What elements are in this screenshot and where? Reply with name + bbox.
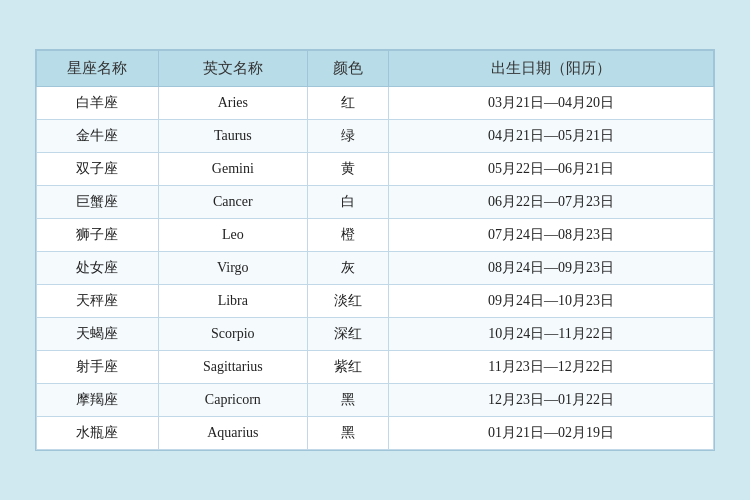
cell-cn: 处女座	[37, 252, 159, 285]
zodiac-table-container: 星座名称 英文名称 颜色 出生日期（阳历） 白羊座Aries红03月21日—04…	[35, 49, 715, 451]
cell-cn: 双子座	[37, 153, 159, 186]
cell-cn: 摩羯座	[37, 384, 159, 417]
cell-date: 12月23日—01月22日	[389, 384, 714, 417]
cell-date: 01月21日—02月19日	[389, 417, 714, 450]
cell-en: Aries	[158, 87, 307, 120]
cell-date: 05月22日—06月21日	[389, 153, 714, 186]
cell-cn: 金牛座	[37, 120, 159, 153]
cell-date: 09月24日—10月23日	[389, 285, 714, 318]
cell-color: 红	[307, 87, 388, 120]
cell-color: 黄	[307, 153, 388, 186]
cell-date: 10月24日—11月22日	[389, 318, 714, 351]
cell-en: Capricorn	[158, 384, 307, 417]
cell-cn: 射手座	[37, 351, 159, 384]
cell-date: 08月24日—09月23日	[389, 252, 714, 285]
cell-color: 紫红	[307, 351, 388, 384]
cell-date: 06月22日—07月23日	[389, 186, 714, 219]
cell-en: Aquarius	[158, 417, 307, 450]
cell-color: 绿	[307, 120, 388, 153]
header-color: 颜色	[307, 51, 388, 87]
cell-color: 橙	[307, 219, 388, 252]
cell-date: 04月21日—05月21日	[389, 120, 714, 153]
cell-en: Sagittarius	[158, 351, 307, 384]
table-row: 射手座Sagittarius紫红11月23日—12月22日	[37, 351, 714, 384]
cell-color: 深红	[307, 318, 388, 351]
table-row: 水瓶座Aquarius黑01月21日—02月19日	[37, 417, 714, 450]
table-row: 摩羯座Capricorn黑12月23日—01月22日	[37, 384, 714, 417]
table-header-row: 星座名称 英文名称 颜色 出生日期（阳历）	[37, 51, 714, 87]
cell-cn: 狮子座	[37, 219, 159, 252]
cell-cn: 巨蟹座	[37, 186, 159, 219]
cell-date: 11月23日—12月22日	[389, 351, 714, 384]
table-row: 巨蟹座Cancer白06月22日—07月23日	[37, 186, 714, 219]
cell-color: 黑	[307, 417, 388, 450]
table-row: 天秤座Libra淡红09月24日—10月23日	[37, 285, 714, 318]
table-body: 白羊座Aries红03月21日—04月20日金牛座Taurus绿04月21日—0…	[37, 87, 714, 450]
cell-en: Scorpio	[158, 318, 307, 351]
cell-en: Virgo	[158, 252, 307, 285]
cell-color: 黑	[307, 384, 388, 417]
cell-cn: 水瓶座	[37, 417, 159, 450]
cell-en: Leo	[158, 219, 307, 252]
cell-en: Taurus	[158, 120, 307, 153]
table-row: 白羊座Aries红03月21日—04月20日	[37, 87, 714, 120]
table-row: 金牛座Taurus绿04月21日—05月21日	[37, 120, 714, 153]
cell-en: Gemini	[158, 153, 307, 186]
cell-en: Libra	[158, 285, 307, 318]
cell-color: 淡红	[307, 285, 388, 318]
cell-color: 灰	[307, 252, 388, 285]
cell-cn: 白羊座	[37, 87, 159, 120]
cell-date: 03月21日—04月20日	[389, 87, 714, 120]
zodiac-table: 星座名称 英文名称 颜色 出生日期（阳历） 白羊座Aries红03月21日—04…	[36, 50, 714, 450]
table-row: 狮子座Leo橙07月24日—08月23日	[37, 219, 714, 252]
cell-date: 07月24日—08月23日	[389, 219, 714, 252]
cell-en: Cancer	[158, 186, 307, 219]
cell-color: 白	[307, 186, 388, 219]
cell-cn: 天秤座	[37, 285, 159, 318]
table-row: 天蝎座Scorpio深红10月24日—11月22日	[37, 318, 714, 351]
cell-cn: 天蝎座	[37, 318, 159, 351]
header-cn: 星座名称	[37, 51, 159, 87]
table-row: 处女座Virgo灰08月24日—09月23日	[37, 252, 714, 285]
header-en: 英文名称	[158, 51, 307, 87]
header-date: 出生日期（阳历）	[389, 51, 714, 87]
table-row: 双子座Gemini黄05月22日—06月21日	[37, 153, 714, 186]
